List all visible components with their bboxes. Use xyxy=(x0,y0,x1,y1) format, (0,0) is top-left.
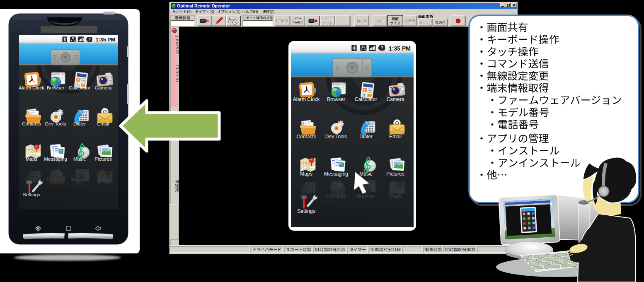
svg-text:Dialer: Dialer xyxy=(73,121,86,126)
svg-text:Dev Tools: Dev Tools xyxy=(45,121,66,126)
svg-text:Alarm Clock: Alarm Clock xyxy=(19,85,44,90)
svg-text:Browser: Browser xyxy=(71,177,88,182)
svg-text:Pictures: Pictures xyxy=(94,157,112,161)
svg-text:Maps: Maps xyxy=(26,157,37,161)
svg-text:G: G xyxy=(362,45,365,49)
svg-text:Pictures: Pictures xyxy=(386,171,404,177)
svg-text:Dialer: Dialer xyxy=(359,134,372,140)
svg-text:?: ? xyxy=(381,46,383,50)
svg-text:Contacts: Contacts xyxy=(296,134,316,140)
svg-text:1:35 PM: 1:35 PM xyxy=(389,45,411,52)
svg-text:1:35 PM: 1:35 PM xyxy=(96,37,115,43)
svg-text:Camera: Camera xyxy=(95,85,112,90)
svg-text:Alarm Clock: Alarm Clock xyxy=(293,96,320,102)
svg-text:Contacts: Contacts xyxy=(22,121,41,126)
svg-text:Maps: Maps xyxy=(389,193,401,199)
svg-text:Browser: Browser xyxy=(327,96,345,102)
svg-text:Messaging: Messaging xyxy=(44,157,67,161)
svg-text:Maps: Maps xyxy=(98,177,109,182)
svg-text:Settings: Settings xyxy=(23,192,40,197)
svg-text:Contacts: Contacts xyxy=(46,177,65,182)
svg-text:Dev Tools: Dev Tools xyxy=(325,134,347,140)
svg-text:Settings: Settings xyxy=(297,208,315,214)
svg-text:Calculator: Calculator xyxy=(355,96,377,102)
svg-text:Optimal Remote Operator: Optimal Remote Operator xyxy=(177,3,230,8)
svg-text:Email: Email xyxy=(97,121,109,126)
svg-text:Music: Music xyxy=(73,157,86,161)
svg-text:G: G xyxy=(72,36,74,40)
svg-text:Contacts: Contacts xyxy=(326,193,346,199)
svg-text:Camera: Camera xyxy=(387,96,404,102)
svg-text:Maps: Maps xyxy=(300,171,312,177)
svg-text:Browser: Browser xyxy=(357,193,375,199)
svg-text:Music: Music xyxy=(359,171,372,177)
svg-text:Messaging: Messaging xyxy=(324,171,348,177)
svg-text:Browser: Browser xyxy=(47,85,64,90)
svg-text:Email: Email xyxy=(389,134,402,140)
svg-text:Calculator: Calculator xyxy=(69,85,90,90)
svg-text:?: ? xyxy=(88,37,91,41)
